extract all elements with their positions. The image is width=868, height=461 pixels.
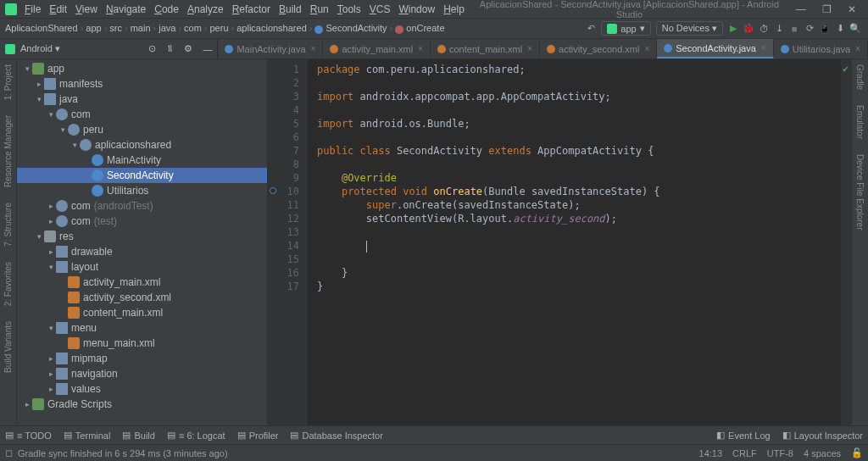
gutter-line[interactable]: 12	[268, 212, 299, 225]
gutter-line[interactable]: 9	[268, 171, 299, 185]
gutter-line[interactable]: 11	[268, 198, 299, 212]
tree-arrow-icon[interactable]: ▾	[34, 95, 44, 103]
tree-arrow-icon[interactable]: ▸	[46, 217, 56, 225]
gutter-line[interactable]: 7	[268, 144, 299, 158]
code-line[interactable]: }	[317, 266, 841, 280]
status-square-icon[interactable]: ◻	[5, 447, 13, 458]
bottom-tool-database-inspector[interactable]: ▤Database Inspector	[290, 430, 382, 441]
attach-debugger-button[interactable]: ⤓	[771, 23, 787, 34]
code-line[interactable]	[317, 239, 841, 253]
code-line[interactable]	[317, 76, 841, 90]
menu-refactor[interactable]: Refactor	[228, 2, 275, 17]
code-line[interactable]: package com.peru.aplicacionshared;	[317, 63, 841, 76]
breadcrumb-secondactivity[interactable]: SecondActivity	[314, 23, 387, 33]
debug-button[interactable]: 🐞	[741, 23, 756, 34]
close-button[interactable]: ✕	[841, 3, 863, 15]
right-tool-device-file-explorer[interactable]: Device File Explorer	[855, 154, 865, 230]
project-tree[interactable]: ▾app▸manifests▾java▾com▾peru▾aplicacions…	[17, 59, 268, 425]
tree-node-com[interactable]: ▸com(test)	[17, 214, 267, 229]
avd-manager-button[interactable]: 📱	[817, 23, 832, 34]
tree-node-aplicacionshared[interactable]: ▾aplicacionshared	[17, 137, 267, 153]
back-button[interactable]: ↶	[583, 23, 598, 34]
code-editor[interactable]: 1234567891011121314151617 package com.pe…	[268, 59, 851, 425]
breadcrumb-app[interactable]: app	[86, 23, 101, 33]
sync-gradle-button[interactable]: ⟳	[802, 23, 817, 34]
tab-activity_main-xml[interactable]: activity_main.xml×	[323, 39, 431, 58]
expand-icon[interactable]: ⥮	[166, 43, 174, 54]
menu-edit[interactable]: Edit	[45, 2, 71, 17]
breadcrumb-oncreate[interactable]: onCreate	[395, 23, 444, 33]
gutter-line[interactable]: 13	[268, 225, 299, 239]
tab-SecondActivity-java[interactable]: SecondActivity.java×	[657, 39, 773, 58]
menu-help[interactable]: Help	[439, 2, 469, 17]
tree-node-secondactivity[interactable]: SecondActivity	[17, 168, 267, 183]
tree-arrow-icon[interactable]: ▸	[34, 80, 44, 88]
menu-build[interactable]: Build	[275, 2, 306, 17]
tree-node-drawable[interactable]: ▸drawable	[17, 244, 267, 259]
bottom-tool--todo[interactable]: ▤≡ TODO	[5, 430, 52, 441]
gutter-line[interactable]: 14	[268, 239, 299, 253]
tree-node-com[interactable]: ▾com	[17, 107, 267, 122]
editor-code-area[interactable]: package com.peru.aplicacionshared;import…	[307, 59, 841, 425]
tree-node-app[interactable]: ▾app	[17, 61, 267, 76]
tree-node-activity-second-xml[interactable]: activity_second.xml	[17, 290, 267, 305]
tree-node-values[interactable]: ▸values	[17, 381, 267, 397]
profile-button[interactable]: ⏱	[756, 24, 771, 34]
tree-node-mipmap[interactable]: ▸mipmap	[17, 351, 267, 366]
tree-node-com[interactable]: ▸com(androidTest)	[17, 198, 267, 214]
project-view-odot-icon[interactable]: ⊙	[148, 43, 156, 54]
close-tab-icon[interactable]: ×	[644, 44, 649, 53]
editor-marker-strip[interactable]: ✔	[841, 59, 851, 425]
tree-node-content-main-xml[interactable]: content_main.xml	[17, 305, 267, 320]
menu-analyze[interactable]: Analyze	[183, 2, 228, 17]
breadcrumb-src[interactable]: src	[109, 23, 122, 33]
left-tool-2-favorites[interactable]: 2: Favorites	[3, 262, 13, 306]
gutter-line[interactable]: 2	[268, 76, 299, 90]
close-tab-icon[interactable]: ×	[855, 44, 860, 53]
menu-window[interactable]: Window	[394, 2, 439, 17]
gutter-line[interactable]: 16	[268, 266, 299, 280]
gutter-line[interactable]: 15	[268, 253, 299, 266]
close-tab-icon[interactable]: ×	[527, 44, 532, 53]
file-encoding[interactable]: UTF-8	[767, 448, 793, 458]
stop-button[interactable]: ■	[787, 24, 802, 34]
sdk-manager-button[interactable]: ⬇	[832, 23, 848, 34]
code-line[interactable]: @Override	[317, 171, 841, 185]
code-line[interactable]: }	[317, 280, 841, 293]
readonly-lock-icon[interactable]: 🔓	[851, 447, 863, 458]
tree-node-activity-main-xml[interactable]: activity_main.xml	[17, 275, 267, 290]
gutter-line[interactable]: 3	[268, 90, 299, 103]
tree-arrow-icon[interactable]: ▾	[58, 125, 68, 134]
override-marker-icon[interactable]	[270, 187, 276, 194]
gutter-line[interactable]: 4	[268, 103, 299, 117]
breadcrumb-main[interactable]: main	[131, 23, 151, 33]
code-line[interactable]: protected void onCreate(Bundle savedInst…	[317, 185, 841, 198]
left-tool-7-structure[interactable]: 7: Structure	[3, 203, 13, 247]
breadcrumb-aplicacionshared[interactable]: aplicacionshared	[236, 23, 307, 33]
bottom-tool-build[interactable]: ▤Build	[122, 430, 154, 441]
left-tool-build-variants[interactable]: Build Variants	[3, 321, 13, 373]
code-line[interactable]	[317, 253, 841, 266]
code-line[interactable]: import android.os.Bundle;	[317, 117, 841, 131]
menu-vcs[interactable]: VCS	[365, 2, 395, 17]
gutter-line[interactable]: 17	[268, 280, 299, 293]
gear-icon[interactable]: ⚙	[184, 43, 192, 54]
run-button[interactable]: ▶	[726, 23, 741, 34]
menu-navigate[interactable]: Navigate	[102, 2, 150, 17]
bottom-tool-profiler[interactable]: ▤Profiler	[237, 430, 279, 441]
tree-arrow-icon[interactable]: ▾	[46, 263, 56, 271]
gutter-line[interactable]: 8	[268, 158, 299, 171]
caret-position[interactable]: 14:13	[699, 448, 723, 458]
tree-node-manifests[interactable]: ▸manifests	[17, 76, 267, 92]
menu-run[interactable]: Run	[306, 2, 333, 17]
breadcrumb-peru[interactable]: peru	[210, 23, 229, 33]
tab-MainActivity-java[interactable]: MainActivity.java×	[218, 39, 323, 58]
tree-arrow-icon[interactable]: ▸	[46, 369, 56, 378]
maximize-button[interactable]: ❐	[815, 3, 837, 15]
bottom-tool-event-log[interactable]: ◧Event Log	[716, 430, 771, 441]
close-tab-icon[interactable]: ×	[761, 43, 766, 53]
tab-Utilitarios-java[interactable]: Utilitarios.java×	[774, 39, 868, 58]
tree-arrow-icon[interactable]: ▸	[46, 247, 56, 256]
bottom-tool-terminal[interactable]: ▤Terminal	[64, 430, 111, 441]
code-line[interactable]: super.onCreate(savedInstanceState);	[317, 198, 841, 212]
